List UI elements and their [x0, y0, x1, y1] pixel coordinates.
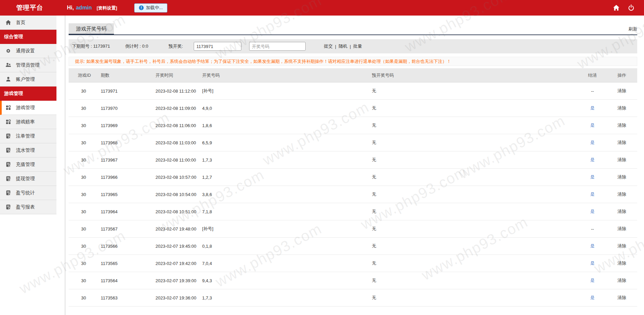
- clear-link[interactable]: 清除: [618, 105, 626, 111]
- clear-link[interactable]: 清除: [618, 140, 626, 145]
- sidebar-item-profit-loss-report[interactable]: 盈亏报表: [0, 200, 56, 214]
- sidebar-item-general-settings[interactable]: 通用设置: [0, 44, 56, 58]
- sidebar-item-recharge-management[interactable]: 充值管理: [0, 158, 56, 172]
- submit-link[interactable]: 提交: [324, 43, 333, 49]
- pre-draw-numbers-cell: 无: [372, 277, 578, 284]
- table-row: 3011735642023-02-07 19:39:009,4,3无是清除: [69, 272, 637, 289]
- issue-cell: 1173969: [101, 123, 156, 128]
- game-id-cell: 30: [69, 89, 101, 94]
- draw-number-input[interactable]: [249, 42, 306, 51]
- loading-button[interactable]: 加载中...: [134, 3, 167, 13]
- clear-link[interactable]: 清除: [618, 261, 626, 266]
- game-id-cell: 30: [69, 175, 101, 180]
- sidebar-item-game-odds[interactable]: 游戏赔率: [0, 115, 56, 129]
- doc-icon: [5, 162, 11, 167]
- pre-draw-numbers-cell: 无: [372, 157, 578, 163]
- settled-cell: 是: [578, 295, 606, 301]
- makeup-number-link[interactable]: [补号]: [202, 88, 213, 93]
- issue-cell: 1173968: [101, 140, 156, 145]
- settled-link[interactable]: 是: [590, 278, 595, 283]
- power-icon[interactable]: [628, 4, 635, 11]
- clear-link[interactable]: 清除: [618, 192, 626, 197]
- pre-draw-numbers-cell: 无: [372, 88, 578, 94]
- clear-link[interactable]: 清除: [618, 88, 626, 93]
- batch-link[interactable]: 批量: [353, 43, 362, 49]
- settled-link[interactable]: 是: [590, 243, 595, 248]
- settled-link[interactable]: 是: [590, 261, 595, 266]
- col-header-settled: 结清: [578, 72, 606, 78]
- sidebar-item-profit-loss-stats[interactable]: 盈亏统计: [0, 186, 56, 200]
- clear-link[interactable]: 清除: [618, 243, 626, 248]
- tab-game-draw-numbers[interactable]: 游戏开奖号码: [69, 23, 114, 35]
- draw-time-cell: 2023-02-08 10:57:00: [156, 175, 202, 180]
- action-cell: 清除: [606, 122, 637, 128]
- sidebar: 首页综合管理通用设置管理员管理账户管理游戏管理游戏管理游戏赔率注单管理流水管理充…: [0, 16, 65, 315]
- sidebar-item-label: 账户管理: [16, 76, 35, 82]
- settled-cell: 是: [578, 105, 606, 111]
- sidebar-item-admin-management[interactable]: 管理员管理: [0, 58, 56, 72]
- game-id-cell: 30: [69, 226, 101, 232]
- col-header-draw-time: 开奖时间: [156, 72, 202, 78]
- draw-time-cell: 2023-02-08 10:51:00: [156, 209, 202, 214]
- settled-link[interactable]: 是: [590, 174, 595, 179]
- table-row: 3011735662023-02-07 19:45:000,1,8无是清除: [69, 238, 637, 255]
- settled-link[interactable]: 是: [590, 209, 595, 214]
- settled-link[interactable]: 是: [590, 140, 595, 145]
- clear-link[interactable]: 清除: [618, 209, 626, 214]
- clear-link[interactable]: 清除: [618, 123, 626, 128]
- draw-numbers-cell: 0,1,8: [202, 244, 372, 249]
- sidebar-item-account-management[interactable]: 账户管理: [0, 72, 56, 87]
- settled-link[interactable]: 是: [590, 295, 595, 300]
- sidebar-item-bet-order-management[interactable]: 注单管理: [0, 129, 56, 143]
- clear-link[interactable]: 清除: [618, 157, 626, 162]
- settled-link[interactable]: 是: [590, 123, 595, 128]
- home-icon[interactable]: [613, 4, 620, 11]
- sidebar-item-label: 游戏赔率: [16, 119, 35, 125]
- profile-settings-link[interactable]: [资料设置]: [97, 5, 117, 10]
- clear-link[interactable]: 清除: [618, 278, 626, 283]
- sidebar-item-label: 游戏管理: [16, 105, 35, 111]
- settled-cell: 是: [578, 191, 606, 197]
- settled-link[interactable]: 是: [590, 105, 595, 111]
- main-content: 游戏开奖号码 刷新 下期期号 : 1173971 倒计时 : 0:0 预开奖: …: [65, 16, 644, 315]
- sidebar-item-label: 通用设置: [16, 48, 35, 54]
- draw-time-cell: 2023-02-07 19:39:00: [156, 278, 202, 283]
- draw-time-cell: 2023-02-08 11:03:00: [156, 140, 202, 145]
- sidebar-item-home[interactable]: 首页: [0, 16, 56, 30]
- col-header-pre-draw-numbers: 预开奖号码: [372, 72, 578, 78]
- action-cell: 清除: [606, 88, 637, 94]
- pre-draw-input[interactable]: [194, 42, 241, 51]
- pre-draw-numbers-cell: 无: [372, 295, 578, 301]
- random-link[interactable]: 随机: [338, 43, 347, 49]
- clear-link[interactable]: 清除: [618, 226, 626, 231]
- pre-draw-label: 预开奖:: [168, 43, 183, 49]
- settled-cell: 是: [578, 209, 606, 215]
- clear-link[interactable]: 清除: [618, 174, 626, 179]
- sidebar-item-turnover-management[interactable]: 流水管理: [0, 143, 56, 158]
- settled-link[interactable]: 是: [590, 157, 595, 162]
- pre-draw-numbers-cell: 无: [372, 105, 578, 111]
- gear-icon: [5, 48, 11, 54]
- clear-link[interactable]: 清除: [618, 295, 626, 300]
- makeup-number-link[interactable]: [补号]: [202, 226, 213, 231]
- draw-numbers-cell: 7,1,8: [202, 209, 372, 214]
- table-row: 3011739642023-02-08 10:51:007,1,8无是清除: [69, 203, 637, 220]
- draw-numbers-cell: 1,2,7: [202, 175, 372, 180]
- sidebar-item-withdraw-management[interactable]: 提现管理: [0, 172, 56, 186]
- sidebar-item-label: 提现管理: [16, 176, 35, 182]
- settled-cell: --: [578, 89, 606, 94]
- users-icon: [5, 62, 11, 68]
- col-header-game-id: 游戏ID: [69, 72, 101, 78]
- settled-cell: 是: [578, 243, 606, 249]
- toolbar-actions: 提交 | 随机 | 批量: [324, 43, 362, 49]
- table-row: 3011735652023-02-07 19:42:007,0,4无是清除: [69, 255, 637, 272]
- sidebar-item-game-management[interactable]: 游戏管理: [0, 101, 56, 115]
- refresh-link[interactable]: 刷新: [628, 26, 637, 32]
- action-cell: 清除: [606, 174, 637, 180]
- settled-link[interactable]: 是: [590, 192, 595, 197]
- table-row: 3011739702023-02-08 11:09:004,9,0无是清除: [69, 100, 637, 117]
- settled-cell: 是: [578, 277, 606, 284]
- issue-cell: 1173971: [101, 89, 156, 94]
- pre-draw-numbers-cell: 无: [372, 122, 578, 128]
- issue-cell: 1173564: [101, 278, 156, 283]
